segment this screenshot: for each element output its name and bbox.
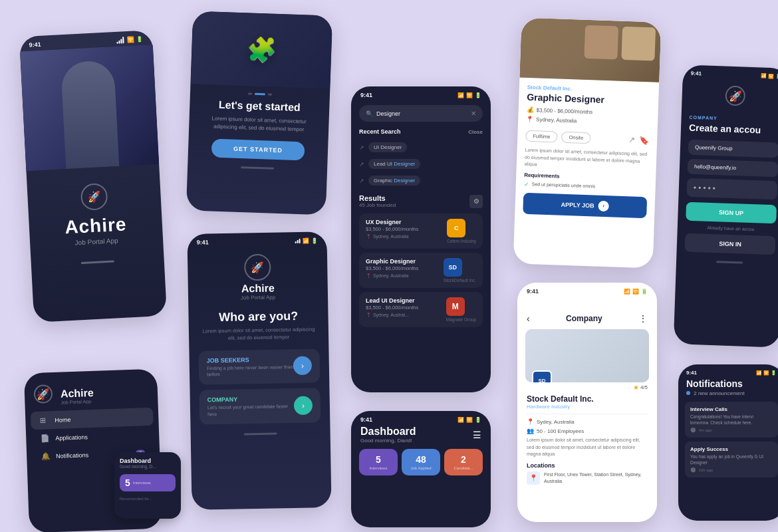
dashboard-subtitle: Good morning, David! <box>360 438 416 444</box>
locations-title: Locations <box>527 462 648 469</box>
rating-text: 4/5 <box>640 384 648 390</box>
create-title: Create an accou <box>689 122 778 136</box>
job-company-2: SD StockDefault Inc. <box>444 258 476 283</box>
status-bar-9: 9:41 📶🛜🔋 <box>678 364 778 378</box>
status-bar-7: 9:41 📶🛜🔋 <box>517 283 657 295</box>
person-silhouette <box>61 60 119 169</box>
close-recent-button[interactable]: Close <box>468 129 483 135</box>
who-desc: Lorem ipsum dolor sit amet, consectetur … <box>189 325 329 350</box>
stat-label-candidates: Candidat... <box>454 466 473 470</box>
puzzle-icon: 🧩 <box>246 35 277 65</box>
signup-button[interactable]: SIGN UP <box>686 202 777 224</box>
stat-card-interviews: 5 Interviews <box>359 449 398 475</box>
sidebar-header: Achire Job Portal App <box>24 376 158 412</box>
action-icons: ↗ 🔖 <box>628 135 649 145</box>
job-card-1[interactable]: UX Designer $3,500 - $6,000/months 📍 Syd… <box>359 213 483 249</box>
app-logo-area: Achire Job Portal App <box>26 164 163 254</box>
sidebar-applications-label: Applications <box>55 434 88 442</box>
dot-2 <box>255 93 265 96</box>
notif-card-1[interactable]: Interview Calls Congratulations! You hav… <box>685 402 778 438</box>
star-icon: ★ <box>633 384 639 391</box>
screen-job-detail: Stock Default Inc. Graphic Designer 💰 $3… <box>513 17 662 268</box>
who-title: Who are you? <box>188 303 328 328</box>
get-started-button[interactable]: GET STARTED <box>211 139 305 161</box>
status-bar-5: 9:41 📶🛜🔋 <box>351 411 491 426</box>
req-item-1: ✓ Sed ut perspiciatis unde omnis <box>524 180 648 191</box>
applications-sidebar-icon: 📄 <box>41 434 50 442</box>
already-account-text: Already have an accou <box>678 224 778 233</box>
role-card-company[interactable]: COMPANY Let's recruit your great candida… <box>199 388 321 425</box>
company-images <box>519 17 661 82</box>
company-employees-text: 50 - 100 Employees <box>537 428 584 434</box>
salary-icon: 💰 <box>527 106 534 113</box>
bookmark-icon[interactable]: 🔖 <box>639 135 649 145</box>
time-1: 9:41 <box>29 41 41 49</box>
company-description: Lorem ipsum dolor sit amet, consectetur … <box>527 437 648 458</box>
apply-button[interactable]: APPLY JOB › <box>523 192 647 217</box>
recent-arrow-icon-1: ↗ <box>359 144 364 151</box>
rocket-icon-sidebar <box>33 384 53 404</box>
location-address: First Floor, Unex Tower, Station Street,… <box>544 471 648 485</box>
notif-time-2: 🕐 10h ago <box>690 467 773 473</box>
dashboard-title-area: Dashboard Good morning, David! <box>360 426 416 444</box>
home-indicator-3 <box>244 432 277 435</box>
job-salary-1: $3,500 - $6,000/months <box>366 226 418 232</box>
company-employees-row: 👥 50 - 100 Employees <box>527 428 648 434</box>
filter-icon[interactable]: ⚙ <box>469 195 483 208</box>
apply-btn-label: APPLY JOB <box>561 201 594 209</box>
company-hero-image: SD <box>525 329 649 382</box>
company-name-detail: Stock Default Inc. <box>527 394 648 404</box>
screen-company-profile: 9:41 📶🛜🔋 ‹ Company ⋮ SD ★ 4/5 Stock Defa… <box>517 283 657 522</box>
signin-button[interactable]: SIGN IN <box>685 233 776 255</box>
results-count: 45 Job founded <box>359 202 396 208</box>
rocket-icon <box>80 183 108 211</box>
job-card-3[interactable]: Lead UI Designer $3,500 - $6,000/months … <box>359 292 483 327</box>
interview-badge: 5 Interviews <box>120 474 176 491</box>
sidebar-app-name: Achire <box>61 386 94 400</box>
password-field[interactable]: ••••• <box>686 178 777 200</box>
tag-fulltime: Fulltime <box>525 130 558 143</box>
interview-num: 5 <box>125 477 130 488</box>
locations-section: Locations 📍 First Floor, Unex Tower, Sta… <box>527 462 648 485</box>
back-button[interactable]: ‹ <box>527 313 530 324</box>
company-name-field[interactable]: Queenify Group <box>688 140 778 158</box>
job-card-2[interactable]: Graphic Designer $3,500 - $6,000/months … <box>359 253 483 288</box>
hero-image <box>20 45 159 171</box>
search-bar[interactable]: 🔍 Designer ✕ <box>359 105 483 122</box>
notifications-count-text: 2 new announcement <box>694 390 745 396</box>
req-text-1: Sed ut perspiciatis unde omnis <box>532 182 596 188</box>
job-company-1: C Celem Industry <box>447 219 476 243</box>
menu-icon[interactable]: ☰ <box>473 430 481 440</box>
job-top-1: UX Designer $3,500 - $6,000/months 📍 Syd… <box>366 219 476 243</box>
time-3: 9:41 <box>197 239 209 245</box>
company-name-1: Celem Industry <box>447 239 476 243</box>
notif-desc-2: You has apply an job in Queenify G UI De… <box>690 454 773 466</box>
company-rating: ★ 4/5 <box>633 384 648 391</box>
tag-onsite: Onsite <box>561 132 590 144</box>
more-button[interactable]: ⋮ <box>638 313 648 324</box>
screen-dashboard: 9:41 📶🛜🔋 Dashboard Good morning, David! … <box>351 411 491 527</box>
dot-3 <box>268 93 272 95</box>
search-input-value: Designer <box>376 110 471 117</box>
job-description: Lorem ipsum dolor sit amet, consectetur … <box>525 147 649 172</box>
company-logo-1: C <box>447 219 465 237</box>
recent-item-1[interactable]: ↗ UI Designer <box>351 139 491 156</box>
apply-arrow-icon: › <box>598 200 609 211</box>
recent-item-3[interactable]: ↗ Graphic Designer <box>351 172 491 189</box>
company-logo-2: SD <box>444 258 462 277</box>
job-title-3: Lead UI Designer <box>366 297 418 304</box>
notif-card-2[interactable]: Apply Success You has apply an job in Qu… <box>685 442 778 477</box>
notifications-sidebar-icon: 🔔 <box>41 452 51 460</box>
share-icon[interactable]: ↗ <box>628 135 635 144</box>
notif-title-2: Apply Success <box>690 446 773 452</box>
screen-who-are-you: 9:41 📶🔋 Achire Job Portal App Who are yo… <box>187 231 331 510</box>
email-field[interactable]: hello@queenify.io <box>688 159 778 178</box>
search-clear-icon[interactable]: ✕ <box>471 110 476 117</box>
notifications-count: 2 new announcement <box>678 390 778 402</box>
recent-item-2[interactable]: ↗ Lead UI Designer <box>351 156 491 172</box>
dash-mini-subtitle: Good morning, D... <box>120 464 176 469</box>
rocket-icon-3 <box>244 254 271 281</box>
role-card-seekers[interactable]: JOB SEEKERS Finding a job here never bee… <box>198 348 320 385</box>
home-indicator-2 <box>241 166 274 170</box>
recent-tag-2: Lead UI Designer <box>368 159 420 169</box>
